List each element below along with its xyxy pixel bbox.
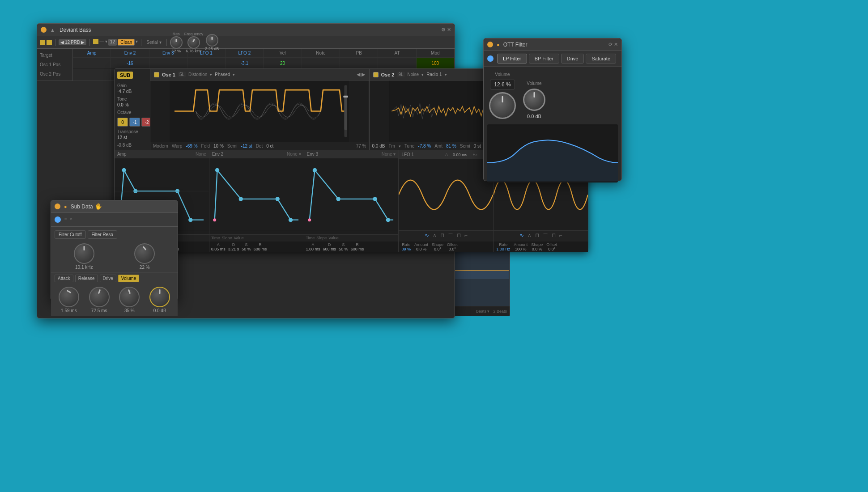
lfo1-hz-label: Hz [472,153,477,157]
env2-routing[interactable]: None ▾ [287,152,301,157]
osc1-title: Osc 1 [162,72,175,77]
drive-knob[interactable] [206,34,218,47]
ott-volume-label: Volume [495,72,510,77]
mod-header-env3: Env 3 [149,49,187,57]
env2-s-label: S [245,242,248,247]
frequency-label: Frequency [184,32,204,36]
svg-point-11 [188,218,192,222]
release-btn[interactable]: Release [75,275,98,282]
env3-section: Env 3 None ▾ Time Slope Value [304,150,399,252]
attack-knob[interactable] [59,287,79,307]
env3-routing[interactable]: None ▾ [382,152,396,157]
lfo2-rate-label: Rate [499,242,507,247]
clean-button[interactable]: Clean [118,39,135,46]
res-knob[interactable] [170,36,183,49]
mod-target-1: Osc 1 Pos [40,62,70,67]
osc2-amt-label: Amt [434,144,443,148]
drive-btn[interactable]: Drive [561,54,584,64]
env2-a-value: 0.05 ms [211,247,226,251]
volume-sub-value: 0.0 dB [153,308,166,313]
sub-data-title: Sub Data [71,204,93,210]
mod-header-lfo2: LFO 2 [226,49,264,57]
lfo1-offset-label: Offset [447,242,458,247]
deviant-bass-titlebar: ▲ Deviant Bass ⚙ ✕ [37,24,455,36]
window-traffic-light[interactable] [41,27,47,33]
mod-cell-lfo2-osc1[interactable]: -3.1 [226,58,264,69]
osc2-title: Osc 2 [381,72,395,77]
osc1-voices: 5L [178,72,186,77]
env2-s-value: 50 % [242,247,251,251]
deviant-bass-title: Deviant Bass [60,27,91,33]
drive-sub-btn[interactable]: Drive [100,275,116,282]
attack-btn[interactable]: Attack [55,275,73,282]
osc2-vol-value: 0.0 dB [372,144,385,148]
lfo2-shape-value: 0.0 % [532,247,542,251]
volume-sub-btn[interactable]: Volume [118,275,139,282]
osc1-vol-value: 77 % [356,144,366,148]
release-knob[interactable] [89,287,110,307]
serial-label: Serial [146,40,158,45]
volume-sub-knob[interactable] [149,287,170,307]
lfo2-amount-value: 100 % [515,247,527,251]
osc1-enable[interactable] [154,72,159,77]
mod-header-mod: Mod [417,49,455,57]
mod-cell-env2-osc1[interactable]: -16 [111,58,149,69]
osc2-semi-label: Semi [460,144,470,148]
octave-label: Octave [117,110,132,115]
env2-r-value: 600 ms [254,247,267,251]
amp-routing[interactable]: None [196,152,206,157]
frequency-knob[interactable] [187,36,200,49]
filter-cutoff-btn[interactable]: Filter Cutoff [55,230,86,239]
lp-filter-btn[interactable]: LP Filter [497,54,527,64]
ott-filter-window: ● OTT Filter ⟳ ✕ LP Filter BP Filter Dri… [483,38,622,181]
svg-rect-3 [343,96,348,98]
gain-value: -4.7 dB [117,89,132,94]
osc1-fold-value: 10 % [213,144,224,148]
mod-header-note: Note [302,49,340,57]
oct-btn-neg1[interactable]: -1 [129,118,140,127]
env3-value-label: Value [328,236,338,240]
svg-point-19 [213,218,216,221]
lfo1-label: LFO 1 [401,152,414,157]
osc2-tune-value: -7.8 % [418,144,431,148]
mod-header-lfo1: LFO 1 [187,49,226,57]
ott-main-knob[interactable] [489,92,516,119]
cutoff-knob[interactable] [74,243,94,264]
reso-knob-container: 22 % [134,243,155,270]
volume-sub-knob-container: 0.0 dB [149,287,170,313]
mod-header-amp: Amp [73,49,111,57]
svg-point-25 [308,218,311,221]
env3-s-label: S [342,242,345,247]
lfo1-amount-label: Amount [414,242,428,247]
reso-knob[interactable] [134,243,155,264]
env3-a-label: A [312,242,315,247]
env2-section: Env 2 None ▾ Time Slope Value [209,150,304,252]
ott-titlebar: ● OTT Filter ⟳ ✕ [484,38,621,51]
env2-d-value: 3.21 s [228,247,239,251]
svg-point-22 [336,197,340,201]
ott-volume2-knob[interactable] [523,89,545,111]
filter-reso-btn[interactable]: Filter Reso [88,230,117,239]
ott-volume2-value: 0.0 dB [527,114,541,119]
mod-cell-mod-osc1[interactable]: 100 [417,58,455,69]
subdata-traffic-light[interactable] [55,204,60,209]
osc1-modern-label[interactable]: Modern [153,144,168,148]
env2-slope-label: Slope [221,236,232,240]
attack-knob-container: 1.59 ms [59,287,79,313]
ott-title: OTT Filter [503,42,528,48]
lfo1-rate-label: Rate [402,242,410,247]
lfo1-a-value: 0.00 ms [453,153,467,157]
env3-label: Env 3 [307,152,319,157]
mod-header-vel: Vel [264,49,302,57]
drive-sub-knob[interactable] [119,287,140,307]
saturate-btn[interactable]: Saturate [586,54,616,64]
mod-cell-vel-osc1[interactable]: 20 [264,58,302,69]
bp-filter-btn[interactable]: BP Filter [529,54,559,64]
ott-volume-value: 12.6 % [490,80,515,89]
oct-btn-0[interactable]: 0 [117,118,128,127]
drive-sub-knob-container: 35 % [119,287,140,313]
env2-label: Env 2 [212,152,224,157]
ott-traffic-light[interactable] [487,42,493,47]
osc2-enable[interactable] [373,72,379,77]
wv-label-4: Beats ▾ [476,309,490,314]
